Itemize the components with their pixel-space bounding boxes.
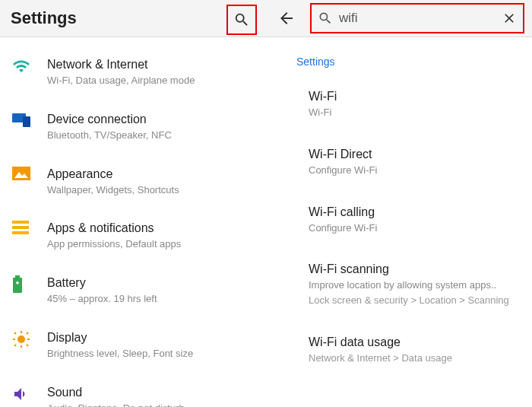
devices-icon [12, 112, 47, 127]
settings-item-subtitle: App permissions, Default apps [47, 238, 254, 251]
search-result-title: Wi-Fi [309, 89, 517, 104]
svg-point-11 [17, 335, 25, 343]
settings-item-subtitle: Audio, Ringtone, Do not disturb [47, 402, 254, 407]
settings-item-sound[interactable]: Sound Audio, Ringtone, Do not disturb [0, 377, 266, 407]
search-result-wifi-direct[interactable]: Wi-Fi Direct Configure Wi-Fi [266, 139, 532, 197]
search-result-subtitle: Configure Wi-Fi [309, 222, 517, 235]
close-icon [502, 11, 517, 26]
search-results-pane: Settings Wi-Fi Wi-Fi Wi-Fi Direct Config… [266, 37, 532, 407]
apps-icon [12, 221, 47, 234]
search-icon [233, 11, 250, 28]
page-title: Settings [11, 8, 77, 28]
search-result-wifi-scanning[interactable]: Wi-Fi scanning Improve location by allow… [266, 254, 532, 327]
settings-item-network[interactable]: Network & Internet Wi-Fi, Data usage, Ai… [0, 49, 266, 104]
settings-item-battery[interactable]: Battery 45% – approx. 19 hrs left [0, 268, 266, 323]
search-result-title: Wi-Fi data usage [309, 335, 517, 350]
settings-item-title: Device connection [47, 112, 254, 127]
settings-item-display[interactable]: Display Brightness level, Sleep, Font si… [0, 323, 266, 377]
settings-item-title: Network & Internet [47, 57, 254, 72]
svg-rect-4 [12, 221, 29, 224]
settings-item-device-connection[interactable]: Device connection Bluetooth, TV/Speaker,… [0, 104, 266, 159]
app-header: Settings [0, 0, 532, 37]
settings-item-subtitle: Bluetooth, TV/Speaker, NFC [47, 129, 254, 142]
svg-line-19 [27, 345, 28, 346]
settings-item-subtitle: Wallpaper, Widgets, Shortcuts [47, 184, 254, 197]
battery-icon [12, 275, 47, 294]
search-result-wifi[interactable]: Wi-Fi Wi-Fi [266, 81, 532, 139]
svg-line-16 [14, 332, 16, 334]
search-icon [318, 11, 333, 26]
search-result-title: Wi-Fi Direct [309, 147, 517, 162]
search-result-breadcrumb: Network & Internet > Data usage [309, 352, 517, 365]
content: Network & Internet Wi-Fi, Data usage, Ai… [0, 37, 532, 407]
search-result-subtitle: Improve location by allowing system apps… [309, 279, 517, 292]
settings-item-title: Apps & notifications [47, 221, 254, 236]
search-result-breadcrumb: Lock screen & security > Location > Scan… [309, 294, 517, 307]
search-result-title: Wi-Fi scanning [309, 262, 517, 277]
settings-item-subtitle: 45% – approx. 19 hrs left [47, 293, 254, 306]
settings-list: Network & Internet Wi-Fi, Data usage, Ai… [0, 37, 266, 407]
back-arrow-icon [277, 9, 296, 27]
settings-item-title: Display [47, 330, 254, 345]
search-result-wifi-data-usage[interactable]: Wi-Fi data usage Network & Internet > Da… [266, 327, 532, 385]
back-button[interactable] [274, 5, 299, 31]
settings-item-subtitle: Wi-Fi, Data usage, Airplane mode [47, 75, 254, 87]
svg-rect-2 [12, 167, 30, 180]
search-input[interactable] [333, 11, 502, 26]
wifi-icon [12, 57, 47, 75]
settings-item-title: Battery [47, 275, 254, 291]
open-search-button[interactable] [226, 5, 257, 35]
svg-rect-8 [13, 278, 22, 293]
settings-item-title: Sound [47, 385, 254, 400]
search-result-subtitle: Wi-Fi [309, 107, 517, 119]
svg-rect-10 [17, 281, 18, 285]
svg-line-17 [27, 332, 28, 334]
settings-item-appearance[interactable]: Appearance Wallpaper, Widgets, Shortcuts [0, 159, 266, 214]
search-result-wifi-calling[interactable]: Wi-Fi calling Configure Wi-Fi [266, 197, 532, 255]
clear-search-button[interactable] [502, 11, 517, 26]
brightness-icon [12, 330, 47, 348]
settings-item-title: Appearance [47, 167, 254, 182]
svg-rect-7 [15, 275, 20, 278]
svg-rect-5 [12, 226, 29, 229]
svg-line-18 [14, 345, 16, 346]
svg-rect-1 [23, 116, 30, 127]
settings-item-subtitle: Brightness level, Sleep, Font size [47, 348, 254, 361]
search-result-title: Wi-Fi calling [309, 205, 517, 220]
search-field[interactable] [310, 3, 524, 33]
header-right [266, 0, 532, 37]
wallpaper-icon [12, 167, 47, 180]
sound-icon [12, 385, 47, 403]
settings-item-apps-notifications[interactable]: Apps & notifications App permissions, De… [0, 213, 266, 268]
search-result-subtitle: Configure Wi-Fi [309, 164, 517, 177]
search-results-section-label: Settings [266, 49, 532, 81]
svg-rect-6 [12, 231, 29, 234]
header-left: Settings [0, 0, 266, 37]
